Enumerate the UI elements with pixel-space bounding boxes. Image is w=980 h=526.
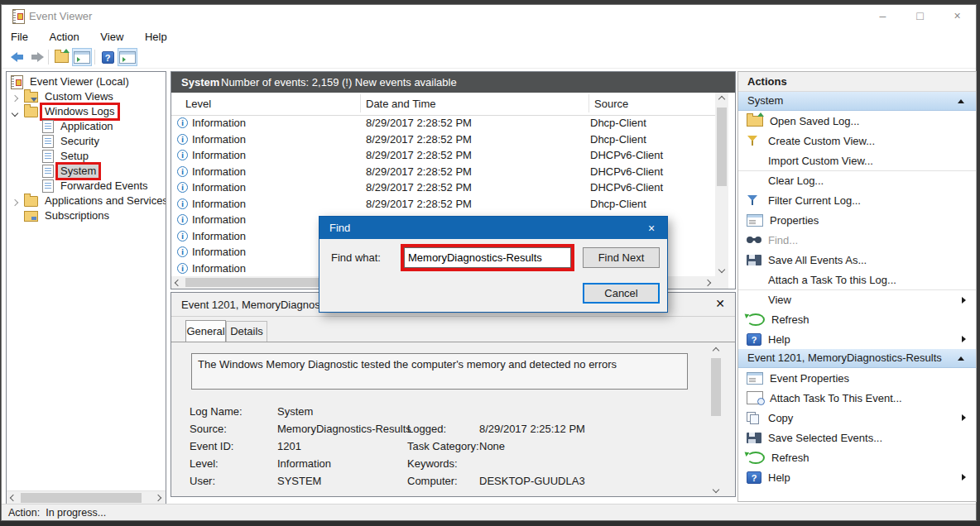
scroll-right-icon[interactable] xyxy=(153,494,163,502)
close-button[interactable]: × xyxy=(939,5,976,27)
menu-item[interactable]: Help xyxy=(136,27,176,47)
action-item[interactable]: Find... xyxy=(738,230,976,250)
maximize-button[interactable]: □ xyxy=(901,5,939,27)
show-hide-action-pane-button[interactable] xyxy=(118,48,137,66)
actions-section-header-event[interactable]: Event 1201, MemoryDiagnostics-Results xyxy=(738,349,976,368)
show-hide-console-tree-button[interactable] xyxy=(72,48,92,66)
action-item[interactable]: Attach Task To This Event... xyxy=(738,388,976,408)
information-icon xyxy=(177,263,188,274)
action-item-icon xyxy=(747,255,761,265)
tree-item-icon xyxy=(42,179,54,193)
scrollbar-corner xyxy=(715,276,728,289)
action-item-label: Import Custom View... xyxy=(768,155,873,167)
action-item[interactable]: Filter Current Log... xyxy=(738,190,976,210)
field-label-right: Logged: xyxy=(407,423,446,435)
toolbar-separator xyxy=(94,50,95,65)
tree-item[interactable]: Custom Views xyxy=(7,89,166,104)
forward-button[interactable] xyxy=(27,48,47,66)
tree-item[interactable]: Setup xyxy=(7,149,166,164)
tree-horizontal-scrollbar[interactable] xyxy=(7,490,166,504)
menu-item[interactable]: File xyxy=(2,27,37,47)
collapse-icon[interactable] xyxy=(958,356,964,361)
cancel-button[interactable]: Cancel xyxy=(583,283,660,304)
event-row[interactable]: Information 8/29/2017 2:28:52 PM DHCPv6-… xyxy=(171,179,715,196)
action-item-label: Clear Log... xyxy=(768,175,824,187)
scroll-down-icon[interactable] xyxy=(709,484,723,495)
tree-item[interactable]: Forwarded Events xyxy=(7,179,166,194)
tree-item[interactable]: Subscriptions xyxy=(7,208,166,223)
collapse-icon[interactable] xyxy=(958,99,964,103)
menu-item[interactable]: View xyxy=(91,27,132,47)
scrollbar-thumb[interactable] xyxy=(21,493,142,503)
tree-item[interactable]: Applications and Services Lo xyxy=(7,194,166,208)
scroll-left-icon[interactable] xyxy=(8,494,18,502)
annotation-find-input xyxy=(401,244,574,271)
tree-chevron-icon[interactable] xyxy=(12,109,18,116)
column-header-source[interactable]: Source xyxy=(594,98,628,110)
event-level: Information xyxy=(192,133,246,146)
information-icon xyxy=(177,134,188,145)
action-item-label: Help xyxy=(768,471,790,484)
scroll-up-icon[interactable] xyxy=(709,345,723,356)
find-dialog-titlebar[interactable]: Find × xyxy=(319,217,667,239)
tree-item[interactable]: Application xyxy=(7,119,166,134)
action-item[interactable]: Event Properties xyxy=(738,368,976,388)
action-item-label: Refresh xyxy=(771,313,809,326)
detail-close-icon[interactable]: ✕ xyxy=(715,297,725,310)
submenu-arrow-icon xyxy=(962,336,966,342)
help-button[interactable] xyxy=(98,48,118,66)
action-item[interactable]: Attach a Task To this Log... xyxy=(738,270,976,289)
action-item[interactable]: Refresh xyxy=(738,309,976,329)
tree-chevron-icon[interactable] xyxy=(12,94,18,101)
action-item[interactable]: Help xyxy=(738,467,976,487)
back-arrow-icon xyxy=(11,52,24,62)
action-item-icon xyxy=(747,333,761,346)
minimize-button[interactable]: – xyxy=(864,5,901,27)
action-item[interactable]: Create Custom View... xyxy=(738,131,976,151)
scroll-down-icon[interactable] xyxy=(715,263,728,276)
column-header-level[interactable]: Level xyxy=(185,98,211,110)
tree-item-label: Custom Views xyxy=(42,90,116,103)
action-item[interactable]: View xyxy=(738,289,976,309)
action-item[interactable]: Copy xyxy=(738,408,976,428)
tree-chevron-icon[interactable] xyxy=(12,198,18,205)
events-vertical-scrollbar[interactable] xyxy=(715,93,728,276)
scroll-left-icon[interactable] xyxy=(173,279,183,287)
event-row[interactable]: Information 8/29/2017 2:28:52 PM DHCPv6-… xyxy=(171,147,715,164)
action-item[interactable]: Import Custom View... xyxy=(738,151,976,170)
action-item[interactable]: Refresh xyxy=(738,447,976,467)
actions-section-header-system[interactable]: System xyxy=(738,92,976,111)
back-button[interactable] xyxy=(7,48,27,66)
column-header-date[interactable]: Date and Time xyxy=(366,98,436,110)
find-next-button[interactable]: Find Next xyxy=(583,247,660,268)
detail-vertical-scrollbar[interactable] xyxy=(709,345,723,495)
action-item[interactable]: Save All Events As... xyxy=(738,250,976,270)
event-level: Information xyxy=(192,165,246,178)
event-row[interactable]: Information 8/29/2017 2:28:52 PM Dhcp-Cl… xyxy=(171,132,715,148)
scrollbar-thumb[interactable] xyxy=(711,358,721,416)
menu-item[interactable]: Action xyxy=(41,27,89,47)
action-item[interactable]: Open Saved Log... xyxy=(738,111,976,131)
tab-general[interactable]: General xyxy=(185,320,226,342)
action-item[interactable]: Clear Log... xyxy=(738,170,976,190)
action-item[interactable]: Save Selected Events... xyxy=(738,428,976,447)
event-row[interactable]: Information 8/29/2017 2:28:52 PM Dhcp-Cl… xyxy=(171,196,715,213)
field-value-left: 1201 xyxy=(277,440,301,452)
event-row[interactable]: Information 8/29/2017 2:28:52 PM DHCPv6-… xyxy=(171,164,715,180)
action-item-icon xyxy=(747,372,763,385)
tree-item[interactable]: Event Viewer (Local) xyxy=(7,74,166,89)
event-row[interactable]: Information 8/29/2017 2:28:52 PM Dhcp-Cl… xyxy=(171,115,715,132)
event-datetime: 8/29/2017 2:28:52 PM xyxy=(366,198,472,210)
find-dialog-close-icon[interactable]: × xyxy=(642,220,661,237)
action-item[interactable]: Help xyxy=(738,329,976,349)
tree-item[interactable]: Windows Logs xyxy=(7,104,166,119)
open-saved-log-button[interactable] xyxy=(51,48,71,66)
tree-item[interactable]: Security xyxy=(7,134,166,149)
find-input[interactable] xyxy=(404,247,571,268)
tab-details[interactable]: Details xyxy=(226,321,267,342)
scrollbar-thumb[interactable] xyxy=(717,108,727,186)
action-item[interactable]: Properties xyxy=(738,210,976,230)
tree-item[interactable]: System xyxy=(7,164,166,179)
scroll-right-icon[interactable] xyxy=(703,279,713,287)
scroll-up-icon[interactable] xyxy=(715,93,728,106)
